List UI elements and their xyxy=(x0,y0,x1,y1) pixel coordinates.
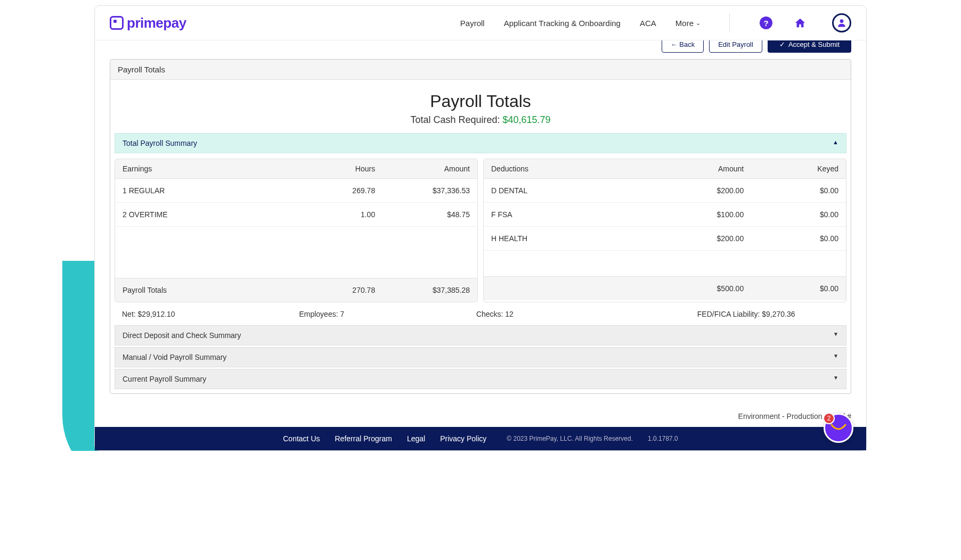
arrow-down-icon: ▼ xyxy=(833,353,838,361)
col-deductions: Deductions xyxy=(491,164,649,173)
stat-net: Net: $29,912.10 xyxy=(122,310,246,318)
accept-submit-button[interactable]: ✓ Accept & Submit xyxy=(768,40,851,53)
col-earnings: Earnings xyxy=(123,164,280,173)
box-header: Payroll Totals xyxy=(110,60,851,80)
footer-version: 1.0.1787.0 xyxy=(648,435,678,442)
logo[interactable]: primepay xyxy=(110,15,186,31)
logo-text: primepay xyxy=(127,15,186,31)
footer-copyright: © 2023 PrimePay, LLC. All Rights Reserve… xyxy=(507,435,633,442)
payroll-totals-box: Payroll Totals Payroll Totals Total Cash… xyxy=(110,59,851,394)
cash-required: Total Cash Required: $40,615.79 xyxy=(110,114,851,126)
environment-info: Environment - Production, Build # xyxy=(95,405,866,427)
table-row: H HEALTH $200.00 $0.00 xyxy=(484,227,846,251)
table-row: 1 REGULAR 269.78 $37,336.53 xyxy=(115,179,477,203)
table-row: D DENTAL $200.00 $0.00 xyxy=(484,179,846,203)
empty-space xyxy=(115,227,477,278)
home-button[interactable] xyxy=(793,15,808,30)
stat-employees: Employees: 7 xyxy=(299,310,422,318)
col-amount: Amount xyxy=(375,164,470,173)
logo-icon xyxy=(110,16,124,30)
chat-widget[interactable]: 2 xyxy=(824,413,853,443)
accordion-current-payroll[interactable]: Current Payroll Summary ▼ xyxy=(115,369,846,389)
nav-more[interactable]: More ⌄ xyxy=(675,19,701,28)
table-row: F FSA $100.00 $0.00 xyxy=(484,203,846,227)
user-menu[interactable] xyxy=(832,13,851,32)
accordion-total-summary[interactable]: Total Payroll Summary ▲ xyxy=(115,133,846,153)
edit-payroll-button[interactable]: Edit Payroll xyxy=(709,40,762,53)
svg-point-0 xyxy=(840,19,844,23)
cash-amount: $40,615.79 xyxy=(503,114,551,125)
footer-referral[interactable]: Referral Program xyxy=(335,434,392,443)
notification-badge: 2 xyxy=(823,413,835,424)
deductions-table: Deductions Amount Keyed D DENTAL $200.00… xyxy=(483,159,846,302)
page-title: Payroll Totals xyxy=(110,92,851,111)
home-icon xyxy=(794,17,806,29)
divider xyxy=(729,13,730,32)
chevron-down-icon: ⌄ xyxy=(696,20,701,27)
earnings-table: Earnings Hours Amount 1 REGULAR 269.78 $… xyxy=(115,159,478,302)
topbar: primepay Payroll Applicant Tracking & On… xyxy=(95,6,866,40)
footer-contact[interactable]: Contact Us xyxy=(283,434,320,443)
nav-payroll[interactable]: Payroll xyxy=(460,19,485,28)
col-keyed: Keyed xyxy=(744,164,838,173)
col-amount: Amount xyxy=(649,164,744,173)
arrow-up-icon: ▲ xyxy=(833,139,838,147)
accordion-direct-deposit[interactable]: Direct Deposit and Check Summary ▼ xyxy=(115,325,846,345)
footer: Contact Us Referral Program Legal Privac… xyxy=(95,427,866,450)
help-icon: ? xyxy=(760,17,772,29)
table-row: 2 OVERTIME 1.00 $48.75 xyxy=(115,203,477,227)
stat-checks: Checks: 12 xyxy=(476,310,600,318)
accordion-manual-void[interactable]: Manual / Void Payroll Summary ▼ xyxy=(115,347,846,367)
main-panel: primepay Payroll Applicant Tracking & On… xyxy=(94,5,867,451)
stat-liability: FED/FICA Liability: $9,270.36 xyxy=(653,310,839,318)
summary-stats: Net: $29,912.10 Employees: 7 Checks: 12 … xyxy=(110,306,851,324)
col-hours: Hours xyxy=(280,164,375,173)
user-icon xyxy=(836,18,847,28)
nav-aca[interactable]: ACA xyxy=(640,19,656,28)
empty-space xyxy=(484,251,846,276)
arrow-down-icon: ▼ xyxy=(833,375,838,383)
footer-legal[interactable]: Legal xyxy=(407,434,425,443)
check-icon: ✓ xyxy=(779,40,785,48)
footer-privacy[interactable]: Privacy Policy xyxy=(440,434,486,443)
back-button[interactable]: ← Back xyxy=(662,40,704,53)
deductions-totals: $500.00 $0.00 xyxy=(484,276,846,300)
smile-icon xyxy=(830,424,846,432)
nav-applicant-tracking[interactable]: Applicant Tracking & Onboarding xyxy=(504,19,621,28)
arrow-down-icon: ▼ xyxy=(833,331,838,340)
help-button[interactable]: ? xyxy=(759,15,773,30)
earnings-totals: Payroll Totals 270.78 $37,385.28 xyxy=(115,278,477,302)
